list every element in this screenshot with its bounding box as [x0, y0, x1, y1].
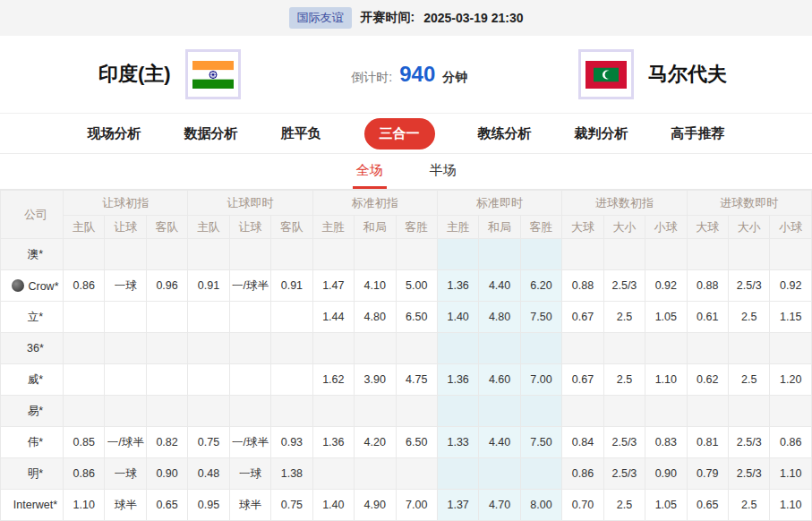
odds-cell[interactable]: 2.5/3 [729, 427, 770, 458]
odds-cell[interactable]: 4.80 [479, 302, 520, 333]
odds-cell[interactable]: 一/球半 [229, 270, 270, 302]
odds-cell[interactable]: 0.70 [562, 490, 603, 521]
company-cell[interactable]: 立* [1, 302, 64, 333]
odds-cell[interactable]: 一球 [229, 458, 270, 490]
company-cell[interactable]: 36* [1, 333, 64, 364]
odds-cell[interactable]: 0.65 [687, 490, 728, 521]
odds-cell[interactable]: 一/球半 [229, 427, 270, 458]
odds-cell[interactable]: 0.95 [188, 490, 229, 521]
odds-cell[interactable]: 0.67 [562, 302, 603, 333]
odds-cell[interactable]: 0.75 [271, 490, 312, 521]
nav-tab-3[interactable]: 胜平负 [281, 125, 321, 142]
odds-cell[interactable]: 0.86 [770, 427, 812, 458]
odds-cell[interactable]: 4.70 [479, 490, 520, 521]
odds-cell[interactable]: 2.5 [603, 302, 645, 333]
odds-cell[interactable]: 一球 [105, 270, 146, 302]
odds-cell[interactable]: 1.37 [437, 490, 478, 521]
odds-cell[interactable]: 1.47 [312, 270, 354, 302]
nav-tab-5[interactable]: 教练分析 [478, 125, 532, 142]
odds-cell[interactable]: 1.44 [312, 302, 354, 333]
odds-cell[interactable]: 0.82 [146, 427, 187, 458]
odds-cell[interactable]: 1.36 [437, 270, 478, 302]
odds-cell[interactable]: 0.96 [146, 270, 187, 302]
odds-cell[interactable]: 2.5 [603, 364, 645, 396]
odds-cell[interactable]: 6.20 [520, 270, 561, 302]
odds-cell[interactable]: 4.10 [355, 270, 396, 302]
odds-cell[interactable]: 0.75 [188, 427, 229, 458]
odds-cell[interactable]: 1.10 [645, 364, 687, 396]
odds-cell[interactable]: 0.62 [687, 364, 728, 396]
odds-cell[interactable]: 一球 [105, 458, 146, 490]
odds-cell[interactable]: 0.90 [645, 458, 687, 490]
league-badge[interactable]: 国际友谊 [289, 7, 352, 29]
odds-cell[interactable]: 1.05 [645, 490, 687, 521]
nav-tab-2[interactable]: 数据分析 [184, 125, 238, 142]
odds-cell[interactable]: 4.90 [355, 490, 396, 521]
odds-cell[interactable]: 1.10 [64, 490, 105, 521]
nav-tab-7[interactable]: 高手推荐 [671, 125, 725, 142]
odds-cell[interactable]: 0.79 [687, 458, 728, 490]
odds-cell[interactable]: 4.20 [355, 427, 396, 458]
odds-cell[interactable]: 1.15 [770, 302, 812, 333]
odds-cell[interactable]: 0.86 [64, 458, 105, 490]
odds-cell[interactable]: 2.5 [729, 490, 770, 521]
odds-cell[interactable]: 1.40 [437, 302, 478, 333]
scope-tab-2[interactable]: 半场 [426, 154, 460, 189]
nav-tab-6[interactable]: 裁判分析 [575, 125, 628, 142]
odds-cell[interactable]: 2.5/3 [729, 458, 770, 490]
odds-cell[interactable]: 1.33 [437, 427, 478, 458]
odds-cell[interactable]: 5.00 [396, 270, 437, 302]
odds-cell[interactable]: 2.5/3 [729, 270, 770, 302]
odds-cell[interactable]: 2.5/3 [603, 458, 645, 490]
odds-cell[interactable]: 4.40 [479, 427, 520, 458]
odds-cell[interactable]: 0.92 [645, 270, 687, 302]
odds-cell[interactable]: 3.90 [355, 364, 396, 396]
odds-cell[interactable]: 6.50 [396, 302, 437, 333]
odds-cell[interactable]: 1.20 [770, 364, 812, 396]
company-cell[interactable]: 易* [1, 396, 64, 427]
company-cell[interactable]: Crow* [1, 270, 64, 302]
odds-cell[interactable]: 4.60 [479, 364, 520, 396]
company-cell[interactable]: 明* [1, 458, 64, 490]
odds-cell[interactable]: 一/球半 [105, 427, 146, 458]
odds-cell[interactable]: 7.00 [520, 364, 561, 396]
odds-cell[interactable]: 7.00 [396, 490, 437, 521]
odds-cell[interactable]: 0.81 [687, 427, 728, 458]
odds-cell[interactable]: 8.00 [520, 490, 561, 521]
nav-tab-4[interactable]: 三合一 [364, 118, 435, 149]
odds-cell[interactable]: 0.88 [562, 270, 603, 302]
odds-cell[interactable]: 7.50 [520, 427, 561, 458]
odds-cell[interactable]: 0.65 [146, 490, 187, 521]
odds-cell[interactable]: 0.88 [687, 270, 728, 302]
odds-cell[interactable]: 1.36 [437, 364, 478, 396]
odds-cell[interactable]: 4.75 [396, 364, 437, 396]
odds-cell[interactable]: 4.80 [355, 302, 396, 333]
odds-cell[interactable]: 2.5 [603, 490, 645, 521]
odds-cell[interactable]: 0.93 [271, 427, 312, 458]
odds-cell[interactable]: 0.92 [770, 270, 812, 302]
nav-tab-1[interactable]: 现场分析 [88, 125, 141, 142]
odds-cell[interactable]: 1.38 [271, 458, 312, 490]
odds-cell[interactable]: 2.5/3 [603, 270, 645, 302]
company-cell[interactable]: 威* [1, 364, 64, 396]
odds-cell[interactable]: 4.40 [479, 270, 520, 302]
odds-cell[interactable]: 0.86 [64, 270, 105, 302]
company-cell[interactable]: 伟* [1, 427, 64, 458]
odds-cell[interactable]: 2.5 [729, 364, 770, 396]
company-cell[interactable]: 澳* [1, 239, 64, 270]
odds-cell[interactable]: 0.91 [271, 270, 312, 302]
odds-cell[interactable]: 6.50 [396, 427, 437, 458]
odds-cell[interactable]: 1.10 [770, 458, 812, 490]
odds-cell[interactable]: 0.86 [562, 458, 603, 490]
odds-cell[interactable]: 1.36 [312, 427, 354, 458]
odds-cell[interactable]: 7.50 [520, 302, 561, 333]
odds-cell[interactable]: 0.61 [687, 302, 728, 333]
company-cell[interactable]: Interwet* [1, 490, 64, 521]
odds-cell[interactable]: 0.48 [188, 458, 229, 490]
odds-cell[interactable]: 0.83 [645, 427, 687, 458]
odds-cell[interactable]: 1.05 [645, 302, 687, 333]
odds-cell[interactable]: 球半 [229, 490, 270, 521]
odds-cell[interactable]: 0.85 [64, 427, 105, 458]
odds-cell[interactable]: 0.84 [562, 427, 603, 458]
odds-cell[interactable]: 0.67 [562, 364, 603, 396]
